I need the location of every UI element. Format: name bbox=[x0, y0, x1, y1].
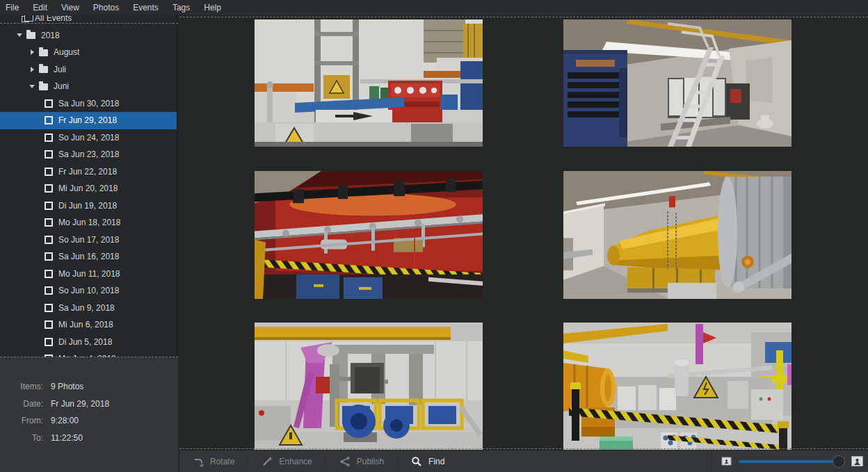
event-icon bbox=[45, 150, 53, 158]
search-icon bbox=[411, 456, 422, 467]
rotate-icon bbox=[193, 456, 204, 467]
folder-icon bbox=[39, 66, 48, 73]
photo-grid bbox=[179, 0, 868, 450]
thumbnail-size-slider[interactable] bbox=[739, 455, 844, 468]
sidebar-item-event[interactable]: So Jun 24, 2018 bbox=[0, 129, 178, 147]
menu-help[interactable]: Help bbox=[197, 1, 228, 15]
slider-handle[interactable] bbox=[833, 455, 845, 468]
sidebar-item-label: Juni bbox=[54, 81, 69, 91]
info-label: Items: bbox=[0, 378, 43, 396]
event-icon bbox=[45, 184, 53, 193]
photo-4-image bbox=[563, 171, 791, 299]
event-icon bbox=[45, 99, 53, 108]
expander-closed-icon[interactable] bbox=[28, 65, 36, 74]
sidebar-focus-border bbox=[0, 23, 178, 24]
sidebar-item-event[interactable]: Di Jun 5, 2018 bbox=[0, 334, 178, 351]
sidebar-item-event[interactable]: So Jun 10, 2018 bbox=[0, 282, 178, 300]
menu-view[interactable]: View bbox=[54, 1, 86, 15]
event-icon bbox=[45, 320, 53, 329]
sidebar-item-event[interactable]: Mi Jun 6, 2018 bbox=[0, 316, 178, 334]
expander-open-icon[interactable] bbox=[28, 82, 36, 90]
sidebar: All Events 2018 August Juli Juni Sa Jun … bbox=[0, 0, 178, 357]
info-row-from: From: 9:28:00 bbox=[0, 412, 178, 430]
photo-1-image bbox=[255, 19, 483, 147]
photo-thumbnail-1[interactable] bbox=[255, 19, 483, 147]
info-label: Date: bbox=[0, 396, 43, 413]
sidebar-item-event[interactable]: Mo Jun 18, 2018 bbox=[0, 214, 178, 231]
sidebar-item-label: August bbox=[54, 47, 79, 57]
sidebar-item-event-selected[interactable]: Fr Jun 29, 2018 bbox=[0, 112, 178, 129]
slider-fill bbox=[739, 460, 839, 463]
folder-icon bbox=[39, 83, 48, 90]
menu-file[interactable]: File bbox=[6, 1, 26, 15]
photo-thumbnail-5[interactable] bbox=[255, 323, 483, 450]
large-photo-icon[interactable] bbox=[851, 455, 864, 468]
info-row-date: Date: Fr Jun 29, 2018 bbox=[0, 396, 178, 413]
sidebar-item-event[interactable]: Fr Jun 22, 2018 bbox=[0, 163, 178, 181]
info-label: From: bbox=[0, 412, 43, 430]
photo-thumbnail-2[interactable] bbox=[563, 19, 791, 147]
sidebar-item-label: 2018 bbox=[41, 31, 60, 40]
folder-icon bbox=[26, 32, 35, 39]
sidebar-item-event[interactable]: Sa Jun 30, 2018 bbox=[0, 95, 178, 113]
sidebar-item-juli[interactable]: Juli bbox=[0, 61, 178, 79]
rotate-button[interactable]: Rotate bbox=[179, 450, 248, 472]
event-icon bbox=[45, 286, 53, 295]
event-icon bbox=[45, 133, 53, 142]
sidebar-item-event[interactable]: Di Jun 19, 2018 bbox=[0, 197, 178, 215]
event-icon bbox=[45, 218, 53, 227]
publish-icon bbox=[339, 456, 351, 467]
publish-button[interactable]: Publish bbox=[326, 450, 397, 472]
photo-thumbnail-6[interactable] bbox=[563, 323, 791, 450]
folder-icon bbox=[39, 49, 48, 56]
info-value: Fr Jun 29, 2018 bbox=[51, 396, 109, 413]
enhance-icon bbox=[262, 456, 273, 467]
expander-open-icon[interactable] bbox=[15, 31, 24, 40]
event-icon bbox=[45, 202, 53, 210]
sidebar-item-juni[interactable]: Juni bbox=[0, 78, 178, 95]
sidebar-item-august[interactable]: August bbox=[0, 44, 178, 61]
event-info-panel: Items: 9 Photos Date: Fr Jun 29, 2018 Fr… bbox=[0, 357, 178, 472]
info-label: To: bbox=[0, 430, 43, 447]
info-row-items: Items: 9 Photos bbox=[0, 378, 178, 396]
event-icon bbox=[45, 236, 53, 244]
small-photo-icon[interactable] bbox=[721, 455, 732, 467]
find-button[interactable]: Find bbox=[398, 450, 458, 472]
photo-grid-focus-border bbox=[179, 448, 868, 449]
sidebar-item-event[interactable]: Mo Jun 11, 2018 bbox=[0, 266, 178, 283]
menu-events[interactable]: Events bbox=[126, 1, 166, 15]
sidebar-item-event[interactable]: Mi Jun 20, 2018 bbox=[0, 180, 178, 197]
photo-2-image bbox=[563, 19, 791, 147]
thumbnail-zoom-controls bbox=[712, 450, 864, 472]
expander-closed-icon[interactable] bbox=[28, 48, 36, 56]
event-icon bbox=[45, 270, 53, 278]
event-icon bbox=[45, 168, 53, 176]
info-value: 9 Photos bbox=[51, 378, 83, 396]
event-icon bbox=[45, 116, 53, 124]
event-icon bbox=[45, 338, 53, 346]
info-row-to: To: 11:22:50 bbox=[0, 430, 178, 447]
sidebar-item-event[interactable]: Sa Jun 16, 2018 bbox=[0, 248, 178, 266]
all-events-icon bbox=[22, 16, 29, 22]
photo-5-image bbox=[255, 323, 483, 450]
event-icon bbox=[45, 304, 53, 312]
sidebar-item-2018[interactable]: 2018 bbox=[0, 27, 178, 44]
sidebar-item-event[interactable]: Sa Jun 23, 2018 bbox=[0, 146, 178, 163]
info-value: 9:28:00 bbox=[51, 412, 79, 430]
menu-photos[interactable]: Photos bbox=[86, 1, 126, 15]
sidebar-item-label: Juli bbox=[54, 65, 66, 74]
photo-thumbnail-3[interactable] bbox=[255, 171, 483, 299]
menu-bar: File Edit View Photos Events Tags Help bbox=[0, 0, 868, 15]
bottom-toolbar: Rotate Enhance Publish Find bbox=[179, 450, 868, 472]
enhance-button[interactable]: Enhance bbox=[248, 450, 325, 472]
menu-tags[interactable]: Tags bbox=[166, 1, 197, 15]
menu-edit[interactable]: Edit bbox=[26, 1, 54, 15]
event-tree: All Events 2018 August Juli Juni Sa Jun … bbox=[0, 10, 178, 357]
photo-6-image bbox=[563, 323, 791, 450]
photo-grid-focus-border bbox=[179, 17, 868, 17]
sidebar-item-event[interactable]: Sa Jun 9, 2018 bbox=[0, 300, 178, 317]
info-value: 11:22:50 bbox=[51, 430, 83, 447]
photo-thumbnail-4[interactable] bbox=[563, 171, 791, 299]
event-icon bbox=[45, 252, 53, 261]
sidebar-item-event[interactable]: So Jun 17, 2018 bbox=[0, 231, 178, 249]
